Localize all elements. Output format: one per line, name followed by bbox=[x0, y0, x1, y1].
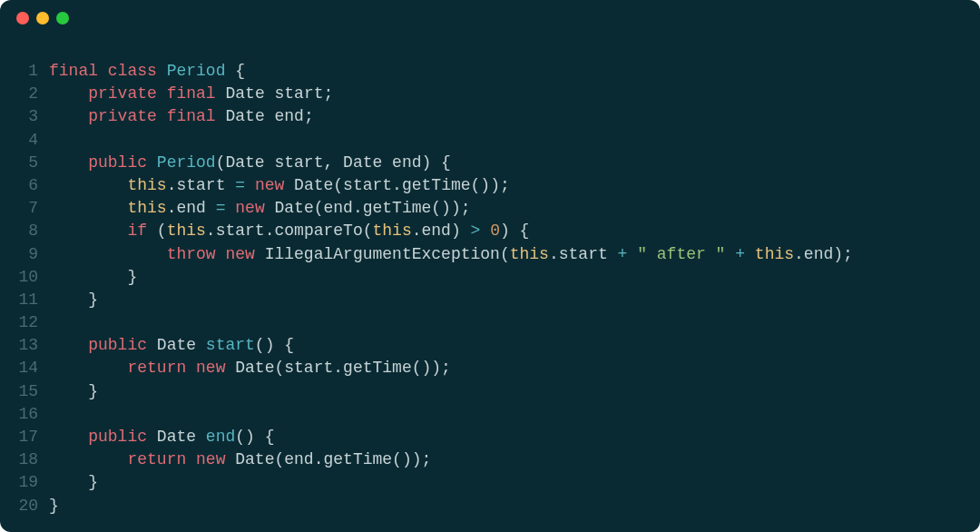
code-line: 1final class Period { bbox=[16, 60, 964, 83]
titlebar bbox=[0, 0, 980, 36]
code-line: 10 } bbox=[16, 266, 964, 289]
line-number: 20 bbox=[16, 495, 49, 517]
code-content bbox=[49, 403, 59, 426]
code-line: 19 } bbox=[16, 471, 964, 494]
line-number: 19 bbox=[16, 471, 49, 494]
line-number: 10 bbox=[16, 266, 49, 289]
code-content: public Date start() { bbox=[49, 334, 294, 357]
line-number: 6 bbox=[16, 174, 49, 197]
code-line: 8 if (this.start.compareTo(this.end) > 0… bbox=[16, 220, 964, 242]
code-content: private final Date end; bbox=[49, 105, 314, 128]
code-content: throw new IllegalArgumentException(this.… bbox=[49, 243, 853, 266]
code-content bbox=[49, 129, 59, 152]
line-number: 9 bbox=[16, 243, 49, 266]
minimize-icon[interactable] bbox=[36, 12, 49, 25]
line-number: 7 bbox=[16, 197, 49, 220]
code-content bbox=[49, 311, 59, 334]
code-line: 3 private final Date end; bbox=[16, 105, 964, 128]
code-content: } bbox=[49, 380, 98, 403]
line-number: 13 bbox=[16, 334, 49, 357]
code-line: 14 return new Date(start.getTime()); bbox=[16, 357, 964, 379]
code-content: public Date end() { bbox=[49, 426, 274, 448]
line-number: 1 bbox=[16, 60, 49, 83]
code-content: if (this.start.compareTo(this.end) > 0) … bbox=[49, 220, 529, 242]
code-line: 4 bbox=[16, 129, 964, 152]
code-line: 12 bbox=[16, 311, 964, 334]
line-number: 12 bbox=[16, 311, 49, 334]
code-line: 7 this.end = new Date(end.getTime()); bbox=[16, 197, 964, 220]
code-content: final class Period { bbox=[49, 60, 245, 83]
code-line: 11 } bbox=[16, 289, 964, 311]
code-window: 1final class Period {2 private final Dat… bbox=[0, 0, 980, 532]
code-line: 18 return new Date(end.getTime()); bbox=[16, 448, 964, 471]
code-line: 17 public Date end() { bbox=[16, 426, 964, 448]
code-content: } bbox=[49, 289, 98, 311]
code-area: 1final class Period {2 private final Dat… bbox=[0, 36, 980, 532]
line-number: 18 bbox=[16, 448, 49, 471]
line-number: 2 bbox=[16, 83, 49, 105]
code-line: 9 throw new IllegalArgumentException(thi… bbox=[16, 243, 964, 266]
code-content: return new Date(start.getTime()); bbox=[49, 357, 451, 379]
line-number: 3 bbox=[16, 105, 49, 128]
code-content: } bbox=[49, 495, 59, 517]
line-number: 11 bbox=[16, 289, 49, 311]
code-line: 6 this.start = new Date(start.getTime())… bbox=[16, 174, 964, 197]
code-content: this.start = new Date(start.getTime()); bbox=[49, 174, 510, 197]
code-line: 13 public Date start() { bbox=[16, 334, 964, 357]
code-line: 20} bbox=[16, 495, 964, 517]
maximize-icon[interactable] bbox=[56, 12, 69, 25]
code-content: this.end = new Date(end.getTime()); bbox=[49, 197, 471, 220]
code-line: 2 private final Date start; bbox=[16, 83, 964, 105]
code-content: return new Date(end.getTime()); bbox=[49, 448, 431, 471]
code-content: private final Date start; bbox=[49, 83, 333, 105]
close-icon[interactable] bbox=[16, 12, 29, 25]
code-line: 5 public Period(Date start, Date end) { bbox=[16, 152, 964, 174]
code-content: public Period(Date start, Date end) { bbox=[49, 152, 451, 174]
line-number: 5 bbox=[16, 152, 49, 174]
code-line: 16 bbox=[16, 403, 964, 426]
line-number: 8 bbox=[16, 220, 49, 242]
line-number: 4 bbox=[16, 129, 49, 152]
code-content: } bbox=[49, 471, 98, 494]
line-number: 15 bbox=[16, 380, 49, 403]
line-number: 17 bbox=[16, 426, 49, 448]
code-content: } bbox=[49, 266, 137, 289]
line-number: 14 bbox=[16, 357, 49, 379]
line-number: 16 bbox=[16, 403, 49, 426]
code-line: 15 } bbox=[16, 380, 964, 403]
